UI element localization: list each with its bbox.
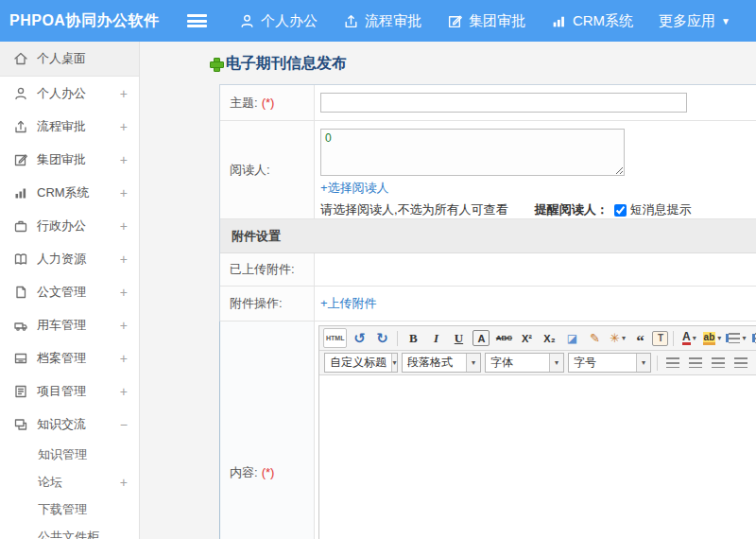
page-header: 电子期刊信息发布 xyxy=(140,42,756,84)
sidebar-item-knowledge-exchange[interactable]: 知识交流− xyxy=(0,408,139,441)
ordered-list-button[interactable]: ▾ xyxy=(724,328,747,348)
expand-icon[interactable]: + xyxy=(120,252,128,267)
sidebar-item-crm-system[interactable]: CRM系统+ xyxy=(0,176,139,209)
underline-button[interactable]: U xyxy=(448,328,469,348)
paste-text-button[interactable]: T xyxy=(652,331,668,346)
eraser-button[interactable]: ◪ xyxy=(561,328,582,348)
chevron-down-icon: ▼ xyxy=(721,16,730,26)
sidebar-item-personal-office[interactable]: 个人办公+ xyxy=(0,77,139,110)
nav-item-workflow-approval[interactable]: 流程审批 xyxy=(343,12,421,30)
sidebar-item-group-approval[interactable]: 集团审批+ xyxy=(0,143,139,176)
expand-icon[interactable]: + xyxy=(120,351,128,366)
superscript-button[interactable]: X² xyxy=(516,328,537,348)
chevron-down-icon[interactable]: ▾ xyxy=(391,354,397,372)
nav-item-more-apps[interactable]: 更多应用▼ xyxy=(659,12,730,30)
user-icon xyxy=(239,13,255,29)
required-mark: (*) xyxy=(262,465,275,479)
bold-button[interactable]: B xyxy=(403,328,423,348)
style-select[interactable]: 自定义标题▾ xyxy=(324,353,398,373)
font-box-button[interactable]: A xyxy=(472,330,490,346)
blockquote-button[interactable]: “ xyxy=(629,328,650,348)
subject-input[interactable] xyxy=(320,93,687,113)
chevron-down-icon[interactable]: ▾ xyxy=(549,354,563,372)
topbar: PHPOA协同办公软件 个人办公流程审批集团审批CRM系统更多应用▼ xyxy=(0,0,756,42)
subscript-button[interactable]: X₂ xyxy=(539,328,559,348)
align-center-icon xyxy=(689,357,702,368)
collapse-icon[interactable]: − xyxy=(120,417,128,432)
expand-icon[interactable]: + xyxy=(120,152,128,167)
sms-checkbox[interactable] xyxy=(614,204,627,217)
sidebar-item-knowledge-management[interactable]: 知识管理 xyxy=(0,441,139,468)
editor-toolbar-row1: HTML↺↻BIUAABCX²X₂◪✎✳▾“TA▾ab▾▾ xyxy=(319,326,756,351)
document-icon xyxy=(13,285,28,300)
sidebar-item-download-management[interactable]: 下载管理 xyxy=(0,496,139,523)
sidebar-item-public-file-cabinet[interactable]: 公共文件柜 xyxy=(0,523,139,539)
briefcase-icon xyxy=(13,218,28,234)
expand-icon[interactable]: + xyxy=(120,185,128,200)
font-select[interactable]: 字体▾ xyxy=(485,353,564,373)
redo-button[interactable]: ↻ xyxy=(371,328,392,348)
readers-row: 阅读人: 0 +选择阅读人 请选择阅读人,不选为所有人可查看 提醒阅读人： 短消… xyxy=(220,121,756,219)
nav-item-personal-office[interactable]: 个人办公 xyxy=(239,12,318,30)
main-content: 电子期刊信息发布 主题: (*) 阅读人: 0 +选择阅读人 请选择阅读人,不 xyxy=(140,42,756,539)
toolbar-separator xyxy=(657,356,658,371)
align-center-button[interactable] xyxy=(685,353,706,373)
paragraph-select-value: 段落格式 xyxy=(403,355,466,371)
italic-button[interactable]: I xyxy=(425,328,446,348)
format-brush-button[interactable]: ✎ xyxy=(584,328,605,348)
car-icon xyxy=(13,318,28,333)
size-select-value: 字号 xyxy=(569,355,636,371)
font-color-button[interactable]: A▾ xyxy=(679,328,699,348)
chevron-down-icon[interactable]: ▾ xyxy=(636,354,650,372)
share-icon xyxy=(343,13,359,29)
sidebar-item-forum[interactable]: 论坛+ xyxy=(0,468,139,496)
align-justify-button[interactable] xyxy=(730,353,751,373)
sidebar-item-personal-desktop[interactable]: 个人桌面 xyxy=(0,42,139,77)
sidebar-item-archive-management[interactable]: 档案管理+ xyxy=(0,341,139,374)
highlight-button[interactable]: ab▾ xyxy=(701,328,722,348)
home-icon xyxy=(13,51,28,66)
align-right-button[interactable] xyxy=(708,353,729,373)
sms-label: 短消息提示 xyxy=(630,201,692,218)
html-source-button[interactable]: HTML xyxy=(323,328,347,348)
hamburger-menu-icon[interactable] xyxy=(187,14,207,27)
expand-icon[interactable]: + xyxy=(120,384,128,399)
sidebar-item-human-resources[interactable]: 人力资源+ xyxy=(0,242,139,275)
sidebar-item-label: 行政办公 xyxy=(37,217,120,235)
expand-icon[interactable]: + xyxy=(120,475,128,490)
font-select-value: 字体 xyxy=(486,355,549,371)
expand-icon[interactable]: + xyxy=(120,218,128,234)
expand-icon[interactable]: + xyxy=(120,86,128,101)
sidebar-item-vehicle-management[interactable]: 用车管理+ xyxy=(0,308,139,341)
align-left-button[interactable] xyxy=(662,353,683,373)
undo-button[interactable]: ↺ xyxy=(349,328,369,348)
sidebar-item-admin-office[interactable]: 行政办公+ xyxy=(0,209,139,242)
toolbar-separator xyxy=(397,331,398,346)
editor-content-area[interactable] xyxy=(319,375,756,539)
sidebar-item-label: 知识交流 xyxy=(37,416,120,433)
expand-icon[interactable]: + xyxy=(120,285,128,300)
nav-item-group-approval[interactable]: 集团审批 xyxy=(447,12,525,30)
chevron-down-icon[interactable]: ▾ xyxy=(466,354,480,372)
size-select[interactable]: 字号▾ xyxy=(568,353,651,373)
topbar-nav: 个人办公流程审批集团审批CRM系统更多应用▼ xyxy=(239,12,756,30)
upload-attachment-link[interactable]: +上传附件 xyxy=(320,295,377,312)
sidebar: 个人桌面个人办公+流程审批+集团审批+CRM系统+行政办公+人力资源+公文管理+… xyxy=(0,42,140,539)
attachment-ops-row: 附件操作: +上传附件 xyxy=(220,287,756,322)
uploaded-attachments-value xyxy=(315,253,756,286)
uploaded-attachments-label: 已上传附件: xyxy=(220,253,315,286)
paragraph-select[interactable]: 段落格式▾ xyxy=(402,353,481,373)
unordered-list-button[interactable] xyxy=(748,328,756,348)
expand-icon[interactable]: + xyxy=(120,119,128,134)
sidebar-item-workflow-approval[interactable]: 流程审批+ xyxy=(0,110,139,143)
nav-item-crm-system[interactable]: CRM系统 xyxy=(551,12,633,30)
readers-textarea[interactable]: 0 xyxy=(320,129,625,176)
sidebar-item-document-management[interactable]: 公文管理+ xyxy=(0,275,139,308)
auto-format-button[interactable]: ✳▾ xyxy=(607,328,627,348)
sidebar-item-label: 流程审批 xyxy=(37,118,120,135)
strikethrough-button[interactable]: ABC xyxy=(493,328,514,348)
choose-readers-link[interactable]: +选择阅读人 xyxy=(320,180,389,197)
sidebar-item-project-management[interactable]: 项目管理+ xyxy=(0,374,139,408)
expand-icon[interactable]: + xyxy=(120,318,128,333)
sidebar-item-label: 公文管理 xyxy=(37,284,120,301)
